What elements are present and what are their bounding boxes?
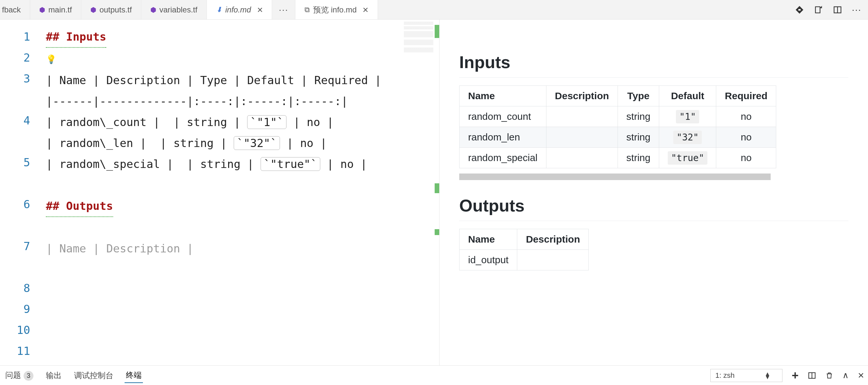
preview-heading-outputs: Outputs xyxy=(459,196,848,221)
bottom-panel: 问题3 输出 调试控制台 终端 1: zsh ▲▼ + ∧ × xyxy=(0,365,868,385)
preview-icon: ⧉ xyxy=(305,6,310,14)
kill-terminal-button[interactable] xyxy=(826,371,833,380)
terminal-selector[interactable]: 1: zsh ▲▼ xyxy=(710,369,782,382)
col-name: Name xyxy=(460,86,547,106)
split-editor-icon[interactable] xyxy=(833,5,842,14)
table-row: random_len string "32" no xyxy=(460,127,776,148)
tab-preview-info-md[interactable]: ⧉预览 info.md× xyxy=(295,0,378,19)
col-description: Description xyxy=(517,229,589,250)
tab-fback[interactable]: fback xyxy=(0,0,30,19)
table-row: random_special string "true" no xyxy=(460,148,776,168)
outputs-table: Name Description id_output xyxy=(459,229,589,271)
minimap[interactable] xyxy=(404,22,433,61)
terraform-icon: ⬢ xyxy=(39,6,45,14)
tab-variables-tf[interactable]: ⬢variables.tf xyxy=(141,0,207,19)
markdown-icon: ⬇ xyxy=(216,6,222,14)
overview-ruler[interactable] xyxy=(435,20,439,365)
col-required: Required xyxy=(716,86,776,106)
tab-info-md[interactable]: ⬇info.md× xyxy=(207,0,272,19)
code-line: | Name | Description | xyxy=(46,238,439,259)
col-name: Name xyxy=(460,229,517,250)
tab-main-tf[interactable]: ⬢main.tf xyxy=(30,0,81,19)
code-content[interactable]: ## Inputs 💡 | Name | Description | Type … xyxy=(39,20,439,365)
panel-tab-problems[interactable]: 问题3 xyxy=(4,368,35,383)
terraform-icon: ⬢ xyxy=(151,6,156,14)
panel-tab-terminal[interactable]: 终端 xyxy=(125,368,143,383)
open-changes-icon[interactable] xyxy=(814,5,823,14)
tab-outputs-tf[interactable]: ⬢outputs.tf xyxy=(81,0,141,19)
preview-heading-inputs: Inputs xyxy=(459,53,848,78)
panel-tab-output[interactable]: 输出 xyxy=(44,368,63,383)
table-row: id_output xyxy=(460,250,589,271)
code-line: | random\_count | | string | `"1"` | no … xyxy=(46,112,439,133)
source-editor[interactable]: 1 2 3 4 5 6 7 8 9 10 11 ## Inputs 💡 | Na… xyxy=(0,20,439,365)
more-actions-icon[interactable]: ··· xyxy=(852,5,862,15)
lightbulb-icon[interactable]: 💡 xyxy=(46,54,56,64)
tab-overflow-button[interactable]: ··· xyxy=(272,0,295,19)
editor-tab-bar: fback ⬢main.tf ⬢outputs.tf ⬢variables.tf… xyxy=(0,0,868,20)
close-icon[interactable]: × xyxy=(257,5,263,15)
panel-tab-debug-console[interactable]: 调试控制台 xyxy=(73,368,115,383)
new-terminal-button[interactable]: + xyxy=(792,369,799,382)
code-line: | Name | Description | Type | Default | … xyxy=(46,70,439,91)
md-heading: ## Outputs xyxy=(46,196,113,217)
md-heading: ## Inputs xyxy=(46,26,106,48)
horizontal-scrollbar[interactable] xyxy=(459,174,771,180)
code-line xyxy=(46,174,439,196)
terraform-icon: ⬢ xyxy=(90,6,96,14)
svg-rect-0 xyxy=(798,9,801,10)
code-line xyxy=(46,217,439,238)
markdown-preview: Inputs Name Description Type Default Req… xyxy=(439,20,868,365)
maximize-panel-button[interactable]: ∧ xyxy=(842,370,849,380)
close-icon[interactable]: × xyxy=(363,5,368,15)
code-line: | random\_special | | string | `"true"` … xyxy=(46,153,439,174)
problems-count-badge: 3 xyxy=(24,371,33,381)
editor-actions: ··· xyxy=(788,0,868,19)
col-default: Default xyxy=(659,86,716,106)
inputs-table: Name Description Type Default Required r… xyxy=(459,85,776,168)
table-row: random_count string "1" no xyxy=(460,106,776,127)
code-line: |------|-------------|:----:|:-----:|:--… xyxy=(46,91,439,112)
line-number-gutter: 1 2 3 4 5 6 7 8 9 10 11 xyxy=(0,20,39,365)
col-description: Description xyxy=(546,86,618,106)
split-terminal-button[interactable] xyxy=(808,371,816,380)
code-line: | random\_len | | string | `"32"` | no | xyxy=(46,133,439,153)
diff-icon[interactable] xyxy=(795,5,804,14)
chevron-updown-icon: ▲▼ xyxy=(765,372,770,379)
col-type: Type xyxy=(618,86,659,106)
close-panel-button[interactable]: × xyxy=(858,369,864,381)
